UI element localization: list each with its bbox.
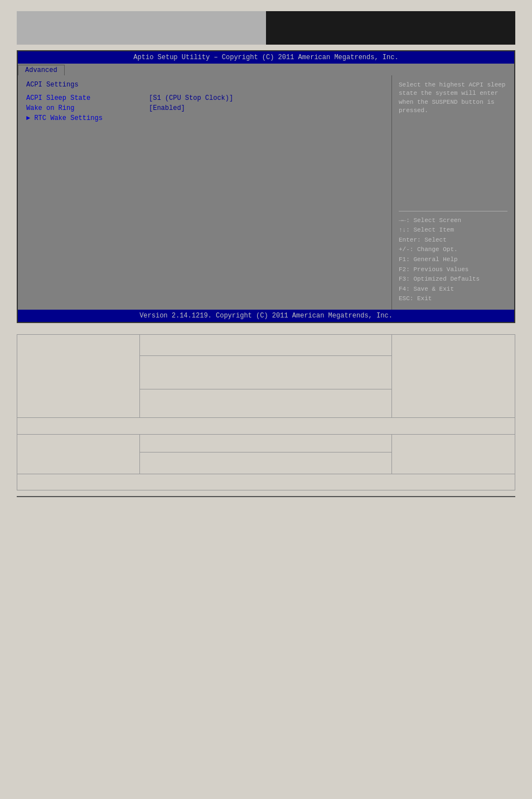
- setting-row-wake-ring[interactable]: Wake on Ring [Enabled]: [26, 104, 383, 112]
- table-cell-top-left: [17, 335, 140, 417]
- setting-row-rtc-wake[interactable]: ► RTC Wake Settings: [26, 114, 383, 122]
- table-cell-bottom-right: [392, 435, 515, 474]
- key-help-line-7: F3: Optimized Defaults: [399, 275, 507, 285]
- table-cell-bottom-middle: [140, 435, 392, 474]
- table-sub-2: [140, 356, 391, 389]
- key-help-line-8: F4: Save & Exit: [399, 285, 507, 295]
- top-header: [17, 11, 515, 45]
- acpi-sleep-label: ACPI Sleep State: [26, 94, 149, 102]
- wake-ring-value: [Enabled]: [149, 104, 185, 112]
- table-last-row: [17, 474, 515, 490]
- sidebar-divider: [399, 211, 507, 211]
- table-sub-1: [140, 335, 391, 356]
- header-left: [17, 11, 266, 45]
- tab-advanced[interactable]: Advanced: [18, 65, 65, 75]
- table-cell-top-right: [392, 335, 515, 417]
- wake-ring-label: Wake on Ring: [26, 104, 149, 112]
- table-top-grid: [17, 335, 515, 418]
- bottom-divider: [17, 496, 515, 497]
- key-help-line-3: Enter: Select: [399, 235, 507, 246]
- key-help: →←: Select Screen ↑↓: Select Item Enter:…: [399, 216, 507, 304]
- bios-main-panel: ACPI Settings ACPI Sleep State [S1 (CPU …: [18, 75, 391, 310]
- table-bottom-grid: [17, 435, 515, 474]
- section-title: ACPI Settings: [26, 81, 383, 89]
- acpi-sleep-value: [S1 (CPU Stop Clock)]: [149, 94, 233, 102]
- key-help-line-2: ↑↓: Select Item: [399, 225, 507, 235]
- key-help-line-4: +/-: Change Opt.: [399, 245, 507, 255]
- table-bottom-sub-2: [140, 453, 391, 470]
- bios-screen: Aptio Setup Utility – Copyright (C) 2011…: [17, 50, 515, 323]
- bios-tabs: Advanced: [18, 64, 514, 75]
- table-sub-3: [140, 389, 391, 417]
- table-cell-bottom-left: [17, 435, 140, 474]
- bios-content-area: ACPI Settings ACPI Sleep State [S1 (CPU …: [18, 75, 514, 310]
- table-cell-top-middle: [140, 335, 392, 417]
- table-section: [17, 334, 515, 490]
- bios-sidebar: Select the highest ACPI sleep state the …: [391, 75, 514, 310]
- bios-footer: Version 2.14.1219. Copyright (C) 2011 Am…: [18, 310, 514, 322]
- help-text: Select the highest ACPI sleep state the …: [399, 81, 507, 206]
- key-help-line-6: F2: Previous Values: [399, 265, 507, 275]
- header-right: [266, 11, 515, 45]
- table-full-row: [17, 418, 515, 435]
- key-help-line-1: →←: Select Screen: [399, 216, 507, 226]
- rtc-wake-label: ► RTC Wake Settings: [26, 114, 149, 122]
- table-bottom-sub-1: [140, 435, 391, 453]
- key-help-line-9: ESC: Exit: [399, 294, 507, 304]
- key-help-line-5: F1: General Help: [399, 255, 507, 265]
- setting-row-acpi-sleep[interactable]: ACPI Sleep State [S1 (CPU Stop Clock)]: [26, 94, 383, 102]
- bios-title: Aptio Setup Utility – Copyright (C) 2011…: [18, 51, 514, 64]
